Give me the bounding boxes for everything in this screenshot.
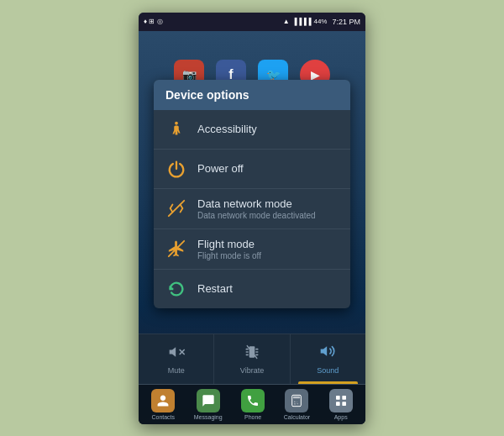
time-display: 7:21 PM (332, 18, 360, 26)
mute-nav-item[interactable]: Mute (139, 334, 214, 384)
calculator-dock-icon: + - × ÷ (285, 389, 308, 412)
signal-icon: ▐▐▐▐ (292, 18, 312, 25)
popup-title: Device options (154, 80, 350, 110)
power-off-text: Power off (197, 162, 244, 175)
apps-dock-item[interactable]: Apps (329, 389, 353, 420)
status-right: ▲ ▐▐▐▐ 44% 7:21 PM (283, 18, 360, 26)
sound-label: Sound (317, 366, 339, 375)
svg-text:× ÷: × ÷ (294, 402, 299, 406)
svg-rect-19 (342, 402, 346, 406)
vibrate-icon (244, 344, 260, 364)
phone-dock-icon (241, 389, 265, 412)
sound-nav-item[interactable]: Sound (291, 334, 365, 384)
calculator-dock-item[interactable]: + - × ÷ Calculator (284, 389, 311, 420)
bottom-dock: Contacts Messaging Phone (139, 384, 365, 424)
data-network-text: Data network mode Data network mode deac… (197, 197, 316, 220)
flight-mode-item[interactable]: Flight mode Flight mode is off (154, 229, 350, 270)
phone-dock-item[interactable]: Phone (241, 389, 265, 420)
messaging-dock-icon (197, 389, 220, 412)
restart-text: Restart (197, 282, 233, 295)
vibrate-nav-item[interactable]: Vibrate (214, 334, 290, 384)
bottom-nav: Mute Vibrate (139, 334, 365, 384)
data-network-label: Data network mode (197, 197, 316, 210)
messaging-dock-item[interactable]: Messaging (194, 389, 223, 420)
calculator-dock-label: Calculator (284, 414, 311, 420)
restart-label: Restart (197, 282, 233, 295)
phone-container: ♦ ⊞ ◎ ▲ ▐▐▐▐ 44% 7:21 PM 📷 f 🐦 ▶ Device … (139, 13, 365, 424)
power-off-item[interactable]: Power off (154, 150, 350, 189)
restart-icon (165, 278, 187, 300)
apps-dock-label: Apps (334, 414, 348, 420)
notification-icons: ♦ ⊞ ◎ (144, 18, 163, 25)
vibrate-label: Vibrate (240, 366, 264, 375)
flight-mode-icon (165, 238, 187, 260)
battery-percent: 44% (313, 18, 327, 25)
accessibility-text: Accessibility (197, 123, 257, 135)
flight-mode-label: Flight mode (197, 238, 261, 250)
status-left-icons: ♦ ⊞ ◎ (144, 18, 163, 25)
data-network-item[interactable]: Data network mode Data network mode deac… (154, 189, 350, 229)
contacts-dock-item[interactable]: Contacts (151, 389, 175, 420)
data-network-icon (165, 197, 187, 219)
power-off-icon (165, 158, 187, 180)
data-network-sublabel: Data network mode deactivated (197, 211, 316, 220)
device-options-popup: Device options Accessibility Power off (154, 80, 350, 308)
accessibility-label: Accessibility (197, 123, 257, 135)
svg-rect-16 (336, 396, 340, 400)
sound-icon (319, 343, 336, 364)
flight-mode-sublabel: Flight mode is off (197, 251, 261, 260)
svg-rect-18 (336, 402, 340, 406)
messaging-dock-label: Messaging (194, 414, 223, 420)
apps-dock-icon (329, 389, 353, 412)
accessibility-icon (165, 118, 187, 140)
power-off-label: Power off (197, 162, 244, 175)
wifi-icon: ▲ (283, 18, 290, 25)
phone-dock-label: Phone (244, 414, 261, 420)
status-bar: ♦ ⊞ ◎ ▲ ▐▐▐▐ 44% 7:21 PM (139, 13, 365, 31)
mute-label: Mute (168, 366, 185, 375)
svg-rect-17 (342, 396, 346, 400)
mute-icon (168, 344, 185, 364)
accessibility-item[interactable]: Accessibility (154, 110, 350, 150)
svg-rect-13 (293, 396, 300, 398)
flight-mode-text: Flight mode Flight mode is off (197, 238, 261, 260)
restart-item[interactable]: Restart (154, 270, 350, 308)
contacts-dock-label: Contacts (151, 414, 175, 420)
contacts-dock-icon (151, 389, 175, 412)
